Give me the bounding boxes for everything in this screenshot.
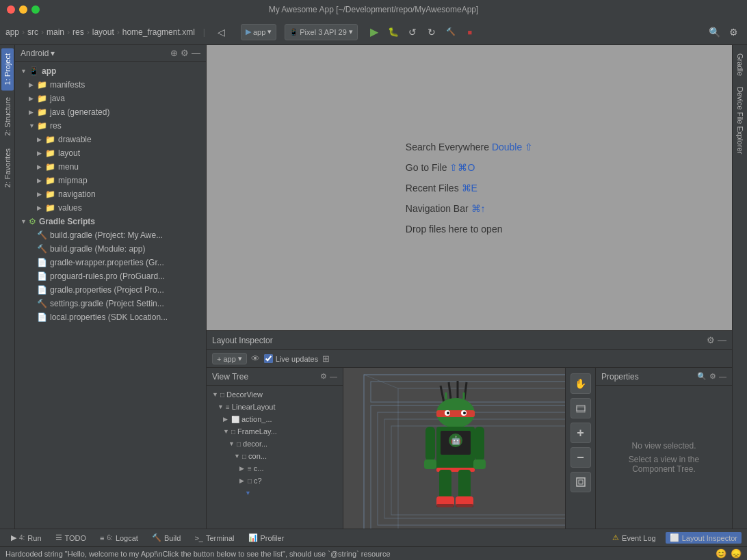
- layout-inspector-tools: ✋ + −: [565, 368, 595, 529]
- build-button[interactable]: 🔨: [443, 24, 459, 40]
- layout-inspector-bottom-button[interactable]: ⬜ Layout Inspector: [666, 532, 742, 544]
- tree-settings-gradle[interactable]: 🔨 settings.gradle (Project Settin...: [15, 297, 206, 310]
- tree-mipmap[interactable]: ▶ 📁 mipmap: [15, 174, 206, 187]
- hand-tool-button[interactable]: ✋: [571, 373, 591, 394]
- tree-manifests[interactable]: ▶ 📁 manifests: [15, 78, 206, 92]
- breadcrumb-layout[interactable]: layout: [92, 27, 114, 37]
- minimize-button[interactable]: [19, 5, 27, 14]
- run-button[interactable]: ▶: [366, 24, 382, 40]
- tree-app[interactable]: ▼ 📱 app: [15, 64, 206, 78]
- zoom-in-button[interactable]: +: [571, 423, 591, 443]
- properties-content: No view selected. Select a view in the C…: [596, 386, 732, 529]
- profiler-tab[interactable]: 📊 Profiler: [243, 531, 290, 546]
- properties-header: Properties 🔍 ⚙ —: [596, 368, 732, 386]
- breadcrumb-app[interactable]: app: [5, 27, 19, 37]
- logcat-tab-label: Logcat: [116, 534, 138, 542]
- view-selector[interactable]: Android ▾: [21, 49, 55, 58]
- svg-rect-38: [577, 407, 585, 412]
- tree-proguard[interactable]: 📄 proguard-rules.pro (ProGuard...: [15, 269, 206, 283]
- svg-rect-32: [458, 470, 471, 501]
- debug-button[interactable]: 🐛: [385, 24, 402, 40]
- status-text: Hardcoded string "Hello, welcome to my A…: [5, 550, 710, 558]
- sidebar-gear-icon[interactable]: ⚙: [181, 48, 189, 58]
- favorites-tab[interactable]: 2: Favorites: [1, 143, 14, 193]
- sad-emoji[interactable]: 😞: [731, 548, 742, 559]
- properties-search-icon[interactable]: 🔍: [697, 372, 707, 381]
- gradle-tab[interactable]: Gradle: [734, 48, 746, 81]
- tree-gradle-scripts[interactable]: ▼ ⚙ Gradle Scripts: [15, 215, 206, 228]
- run-tab-number: 4:: [19, 534, 25, 542]
- tree-navigation[interactable]: ▶ 📁 navigation: [15, 187, 206, 201]
- tree-values[interactable]: ▶ 📁 values: [15, 201, 206, 215]
- tree-build-gradle-module[interactable]: 🔨 build.gradle (Module: app): [15, 242, 206, 256]
- todo-tab-label: TODO: [65, 534, 87, 542]
- tree-build-gradle-project[interactable]: 🔨 build.gradle (Project: My Awe...: [15, 228, 206, 242]
- tree-menu[interactable]: ▶ 📁 menu: [15, 160, 206, 174]
- tree-item-linearlayout[interactable]: ▼ ≡ LinearLayout: [207, 401, 343, 413]
- structure-tab[interactable]: 2: Structure: [1, 92, 14, 142]
- device-dropdown[interactable]: 📱 Pixel 3 API 29 ▾: [285, 24, 358, 40]
- live-updates-toggle[interactable]: Live updates: [264, 354, 318, 363]
- breadcrumb-res[interactable]: res: [73, 27, 84, 37]
- sidebar-collapse-icon[interactable]: —: [192, 48, 200, 58]
- breadcrumb-file[interactable]: home_fragment.xml: [122, 27, 195, 37]
- happy-emoji[interactable]: 😊: [716, 548, 726, 559]
- tree-item-con[interactable]: ▼ □ con...: [207, 450, 343, 462]
- settings-button[interactable]: ⚙: [725, 24, 742, 40]
- add-process-button[interactable]: + app ▾: [212, 353, 247, 364]
- stop-button[interactable]: ■: [462, 24, 478, 40]
- layout-inspector-minimize-icon[interactable]: —: [718, 335, 726, 345]
- tree-item-framelayout[interactable]: ▼ □ FrameLay...: [207, 425, 343, 438]
- properties-settings-icon[interactable]: ⚙: [709, 372, 716, 381]
- capture-button[interactable]: ⊞: [322, 354, 330, 364]
- close-button[interactable]: [7, 5, 15, 14]
- tree-drawable[interactable]: ▶ 📁 drawable: [15, 133, 206, 146]
- tree-item-c1[interactable]: ▶ ≡ c...: [207, 462, 343, 475]
- layers-tool-button[interactable]: [571, 398, 591, 418]
- properties-minimize-icon[interactable]: —: [719, 372, 726, 381]
- tree-item-expand[interactable]: ▼: [207, 487, 343, 499]
- tree-item-c2[interactable]: ▶ □ c?: [207, 475, 343, 487]
- terminal-tab[interactable]: >_ Terminal: [189, 531, 239, 546]
- breadcrumb-src[interactable]: src: [27, 27, 38, 37]
- tree-item-action[interactable]: ▶ ⬜ action_...: [207, 413, 343, 425]
- tree-layout[interactable]: ▶ 📁 layout: [15, 146, 206, 160]
- sidebar-settings-icon[interactable]: ⊕: [170, 48, 178, 58]
- search-everywhere-button[interactable]: 🔍: [706, 24, 722, 40]
- logcat-tab[interactable]: ≡ 6: Logcat: [94, 531, 144, 546]
- run-tab[interactable]: ▶ 4: Run: [5, 531, 47, 546]
- project-tab[interactable]: 1: Project: [1, 48, 14, 90]
- app-dropdown[interactable]: ▶ app ▾: [241, 24, 276, 40]
- tree-item-decorview[interactable]: ▼ □ DecorView: [207, 388, 343, 401]
- event-log-button[interactable]: ⚠ Event Log: [608, 532, 660, 544]
- back-navigate-button[interactable]: ◁: [213, 24, 230, 40]
- device-file-explorer-tab[interactable]: Device File Explorer: [734, 81, 746, 159]
- layout-inspector-settings-icon[interactable]: ⚙: [707, 335, 715, 345]
- fit-icon: [575, 477, 586, 488]
- breadcrumb-main[interactable]: main: [47, 27, 64, 37]
- tree-minimize-icon[interactable]: —: [330, 372, 337, 381]
- tree-item-decor[interactable]: ▼ □ decor...: [207, 438, 343, 450]
- eye-icon[interactable]: 👁: [251, 354, 260, 364]
- main-toolbar: app › src › main › res › layout › home_f…: [0, 19, 747, 45]
- tree-gradle-properties[interactable]: 📄 gradle.properties (Project Pro...: [15, 283, 206, 297]
- todo-tab[interactable]: ☰ TODO: [50, 531, 92, 546]
- build-tab[interactable]: 🔨 Build: [146, 531, 186, 546]
- zoom-out-button[interactable]: −: [571, 447, 591, 468]
- svg-rect-15: [436, 410, 475, 417]
- fit-screen-button[interactable]: [571, 472, 591, 492]
- run-tab-icon: ▶: [11, 533, 16, 542]
- tree-res[interactable]: ▼ 📁 res: [15, 119, 206, 133]
- maximize-button[interactable]: [31, 5, 40, 14]
- logcat-tab-number: 6:: [107, 534, 113, 542]
- live-updates-checkbox[interactable]: [264, 354, 273, 363]
- tree-gradle-wrapper[interactable]: 📄 gradle-wrapper.properties (Gr...: [15, 256, 206, 269]
- refresh-button[interactable]: ↻: [423, 24, 440, 40]
- sync-button[interactable]: ↺: [404, 24, 421, 40]
- tree-local-properties[interactable]: 📄 local.properties (SDK Location...: [15, 310, 206, 324]
- layout-inspector-preview[interactable]: 🤖: [343, 368, 565, 529]
- tree-java-generated[interactable]: ▶ 📁 java (generated): [15, 105, 206, 119]
- tree-java[interactable]: ▶ 📁 java: [15, 92, 206, 105]
- hint-recent-files: Recent Files ⌘E: [406, 183, 533, 194]
- tree-settings-icon[interactable]: ⚙: [320, 372, 327, 381]
